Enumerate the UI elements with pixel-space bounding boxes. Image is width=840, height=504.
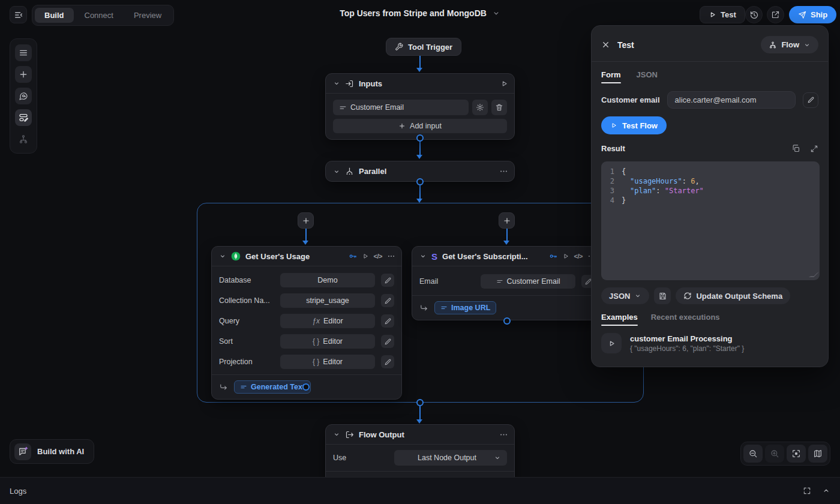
collapse-chevron-icon[interactable] bbox=[333, 168, 340, 175]
collapse-chevron-icon[interactable] bbox=[333, 80, 340, 87]
projection-editor-field[interactable]: { }Editor bbox=[280, 355, 375, 369]
collapse-chevron-icon[interactable] bbox=[219, 253, 226, 260]
add-input-button[interactable]: Add input bbox=[333, 119, 507, 133]
branch-output-port[interactable] bbox=[416, 399, 424, 406]
text-type-icon bbox=[440, 304, 448, 311]
return-arrow-icon bbox=[219, 383, 228, 392]
ship-button[interactable]: Ship bbox=[789, 6, 836, 23]
subscription-node-output-port[interactable] bbox=[503, 317, 511, 325]
connector-arrowhead bbox=[416, 155, 422, 159]
wrench-icon bbox=[395, 43, 403, 51]
node-title: Get User's Subscripti... bbox=[442, 252, 544, 261]
run-node-icon[interactable] bbox=[562, 253, 569, 260]
result-format-dropdown[interactable]: JSON bbox=[601, 287, 649, 304]
assistant-button[interactable] bbox=[15, 88, 32, 104]
connector-arrowhead bbox=[416, 199, 422, 203]
tab-recent-executions[interactable]: Recent executions bbox=[651, 313, 720, 326]
generated-text-output-chip[interactable]: Generated Text bbox=[234, 380, 311, 394]
tab-json[interactable]: JSON bbox=[637, 70, 658, 83]
image-url-output-chip[interactable]: Image URL bbox=[434, 301, 496, 314]
usage-node-output-port[interactable] bbox=[302, 383, 310, 391]
input-settings-button[interactable] bbox=[472, 100, 488, 115]
example-item[interactable]: customer Email Processing { "usageHours"… bbox=[601, 333, 744, 353]
tab-connect[interactable]: Connect bbox=[75, 8, 123, 23]
email-binding-field[interactable]: Customer Email bbox=[481, 274, 575, 289]
result-code-editor[interactable]: 1{ 2"usageHours": 6, 3"plan": "Starter" … bbox=[601, 161, 820, 280]
play-icon bbox=[709, 11, 716, 19]
key-icon[interactable] bbox=[349, 252, 357, 260]
key-icon[interactable] bbox=[549, 252, 557, 260]
edit-email-pencil-button[interactable] bbox=[803, 92, 818, 108]
edit-pencil-button[interactable] bbox=[381, 294, 394, 307]
field-label: Query bbox=[219, 317, 274, 325]
node-title: Get User's Usage bbox=[245, 252, 344, 261]
collapse-chevron-icon[interactable] bbox=[333, 431, 340, 438]
query-editor-field[interactable]: ƒxEditor bbox=[280, 314, 375, 328]
logs-expand-chevron-icon[interactable] bbox=[822, 487, 830, 495]
save-result-button[interactable] bbox=[654, 287, 671, 304]
collapse-chevron-icon[interactable] bbox=[419, 253, 427, 260]
edit-pencil-button[interactable] bbox=[381, 355, 394, 368]
copy-icon[interactable] bbox=[791, 144, 800, 153]
logs-fullscreen-icon[interactable] bbox=[803, 487, 811, 495]
minimap-button[interactable] bbox=[808, 445, 827, 463]
close-icon[interactable] bbox=[601, 40, 610, 49]
node-menu-icon[interactable] bbox=[499, 430, 508, 439]
use-dropdown[interactable]: Last Node Output bbox=[394, 450, 507, 466]
run-node-icon[interactable] bbox=[500, 80, 508, 88]
zoom-in-button[interactable] bbox=[765, 445, 784, 463]
input-field-customer-email[interactable]: Customer Email bbox=[333, 100, 469, 115]
chevron-down-icon bbox=[803, 41, 811, 49]
assistant-chat-icon bbox=[19, 91, 28, 101]
example-title: customer Email Processing bbox=[630, 334, 744, 343]
tab-examples[interactable]: Examples bbox=[601, 313, 638, 326]
version-history-button[interactable] bbox=[745, 6, 763, 23]
database-field[interactable]: Demo bbox=[280, 273, 375, 287]
title-chevron-down-icon[interactable] bbox=[492, 9, 500, 17]
run-node-icon[interactable] bbox=[362, 253, 369, 260]
resize-handle[interactable] bbox=[809, 272, 820, 277]
tab-form[interactable]: Form bbox=[601, 70, 621, 83]
input-delete-button[interactable] bbox=[491, 100, 507, 115]
tab-preview[interactable]: Preview bbox=[124, 8, 171, 23]
collection-field[interactable]: stripe_usage bbox=[280, 293, 375, 308]
share-button[interactable] bbox=[767, 6, 784, 23]
edit-pencil-button[interactable] bbox=[381, 314, 394, 328]
inputs-icon bbox=[345, 79, 354, 88]
customer-email-input[interactable]: alice.carter@email.com bbox=[667, 91, 796, 109]
flow-view-button[interactable] bbox=[15, 131, 32, 148]
code-icon[interactable]: </> bbox=[574, 253, 583, 260]
add-branch-node-button-right[interactable] bbox=[499, 212, 515, 229]
play-icon bbox=[610, 122, 617, 129]
build-with-ai-button[interactable]: Build with AI bbox=[10, 439, 94, 464]
tab-build[interactable]: Build bbox=[35, 8, 74, 23]
flow-selector-button[interactable]: Flow bbox=[761, 36, 818, 53]
add-node-button[interactable] bbox=[15, 66, 32, 83]
parallel-output-port[interactable] bbox=[416, 178, 424, 185]
notes-edit-button[interactable] bbox=[15, 109, 32, 126]
test-button[interactable]: Test bbox=[700, 6, 745, 23]
test-flow-button[interactable]: Test Flow bbox=[601, 116, 667, 134]
node-menu-icon[interactable] bbox=[387, 252, 395, 260]
fit-view-icon bbox=[791, 449, 801, 458]
sort-editor-field[interactable]: { }Editor bbox=[280, 334, 375, 349]
code-icon[interactable]: </> bbox=[374, 253, 382, 260]
edit-pencil-button[interactable] bbox=[381, 335, 394, 348]
inputs-output-port[interactable] bbox=[416, 134, 424, 142]
zoom-out-button[interactable] bbox=[743, 445, 763, 463]
sidebar-collapse-button[interactable] bbox=[10, 6, 27, 23]
mongodb-icon bbox=[231, 251, 241, 261]
connector-line bbox=[419, 56, 421, 68]
add-branch-node-button-left[interactable] bbox=[298, 212, 314, 229]
nodes-menu-button[interactable] bbox=[15, 44, 32, 61]
node-menu-icon[interactable] bbox=[499, 167, 508, 176]
collapse-menu-icon bbox=[14, 10, 23, 20]
play-icon bbox=[608, 340, 616, 347]
run-example-button[interactable] bbox=[601, 333, 622, 353]
update-output-schema-button[interactable]: Update Output Schema bbox=[676, 287, 790, 304]
expand-icon[interactable] bbox=[810, 145, 818, 153]
fit-view-button[interactable] bbox=[787, 445, 806, 463]
edit-pencil-button[interactable] bbox=[381, 274, 394, 287]
field-label: Collection Na... bbox=[219, 296, 274, 305]
tool-trigger-node[interactable]: Tool Trigger bbox=[386, 38, 461, 56]
